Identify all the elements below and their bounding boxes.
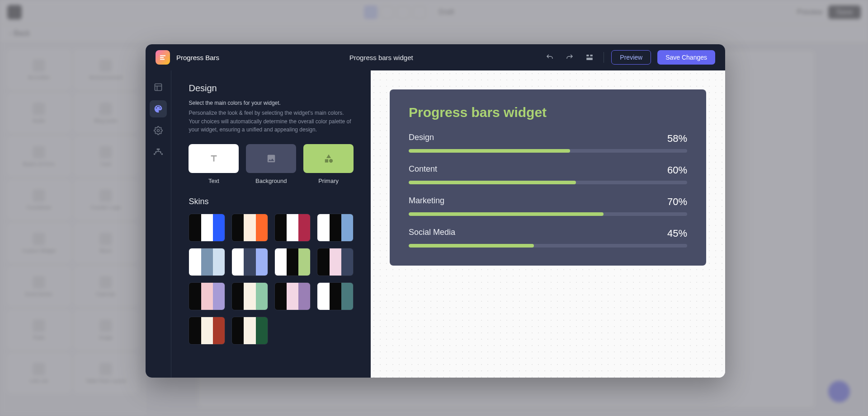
design-panel: Design Select the main colors for your w… — [171, 70, 371, 378]
widget-editor-modal: Progress Bars Progress bars widget Previ… — [146, 44, 725, 378]
progress-bar-marketing: Marketing70% — [409, 196, 687, 216]
skin-option-6[interactable] — [274, 248, 311, 276]
skin-option-3[interactable] — [317, 214, 354, 242]
skin-option-7[interactable] — [317, 248, 354, 276]
svg-rect-6 — [155, 84, 162, 91]
primary-color-swatch[interactable] — [303, 144, 354, 173]
progress-bar-design: Design58% — [409, 133, 687, 153]
primary-color-label: Primary — [318, 178, 339, 184]
progress-bar-content: Content60% — [409, 164, 687, 184]
skin-option-2[interactable] — [274, 214, 311, 242]
panel-heading: Design — [189, 83, 354, 93]
skin-option-11[interactable] — [317, 282, 354, 310]
skin-option-12[interactable] — [189, 317, 225, 345]
skin-option-8[interactable] — [189, 282, 225, 310]
skin-option-13[interactable] — [231, 317, 268, 345]
modal-header: Progress Bars Progress bars widget Previ… — [146, 44, 725, 70]
widget-preview-canvas: Progress bars widget Design58%Content60%… — [371, 70, 725, 378]
save-changes-button[interactable]: Save Changes — [657, 50, 715, 65]
skin-option-10[interactable] — [274, 282, 311, 310]
redo-icon[interactable] — [563, 51, 576, 64]
app-logo — [156, 50, 170, 65]
nav-design-icon[interactable] — [150, 100, 167, 117]
svg-rect-5 — [587, 58, 593, 60]
svg-point-7 — [157, 130, 160, 132]
text-color-swatch[interactable] — [189, 144, 239, 173]
background-color-label: Background — [255, 178, 287, 184]
svg-rect-0 — [160, 55, 165, 56]
widget-title: Progress bars widget — [409, 105, 687, 120]
panel-subtitle-1: Select the main colors for your widget. — [189, 100, 354, 106]
background-color-swatch[interactable] — [246, 144, 296, 173]
svg-rect-1 — [160, 57, 164, 58]
skin-option-4[interactable] — [189, 248, 225, 276]
undo-icon[interactable] — [543, 51, 557, 64]
skins-heading: Skins — [189, 197, 354, 206]
skin-option-1[interactable] — [231, 214, 268, 242]
skin-option-9[interactable] — [231, 282, 268, 310]
nav-content-icon[interactable] — [150, 79, 167, 96]
nav-settings-icon[interactable] — [150, 122, 167, 139]
progress-bars-widget: Progress bars widget Design58%Content60%… — [390, 89, 706, 266]
skin-option-5[interactable] — [231, 248, 268, 276]
app-name: Progress Bars — [176, 54, 219, 61]
layout-icon[interactable] — [583, 51, 596, 64]
skins-grid — [189, 214, 354, 345]
panel-subtitle-2: Personalize the look & feel by selecting… — [189, 109, 354, 134]
svg-rect-2 — [160, 59, 165, 60]
svg-rect-3 — [587, 55, 589, 56]
modal-sidebar-nav — [146, 70, 171, 378]
svg-rect-4 — [590, 55, 593, 56]
progress-bar-social-media: Social Media45% — [409, 228, 687, 248]
text-color-label: Text — [208, 178, 219, 184]
skin-option-0[interactable] — [189, 214, 225, 242]
modal-title: Progress bars widget — [226, 54, 537, 61]
color-cards: Text Background Primary — [189, 144, 354, 184]
nav-integrations-icon[interactable] — [150, 144, 167, 161]
preview-button[interactable]: Preview — [611, 50, 651, 65]
